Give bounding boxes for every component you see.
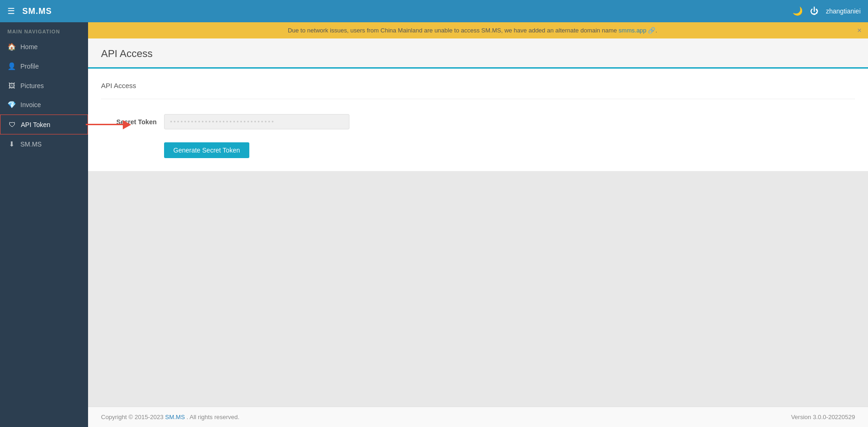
smms-icon: ⬇ bbox=[7, 140, 16, 148]
sidebar-item-invoice-label: Invoice bbox=[20, 101, 41, 108]
content-area: Due to network issues, users from China … bbox=[88, 22, 868, 427]
home-icon: 🏠 bbox=[7, 43, 16, 51]
sidebar-item-profile[interactable]: 👤 Profile bbox=[0, 57, 88, 76]
secret-token-row: Secret Token bbox=[101, 110, 855, 133]
sidebar-item-pictures[interactable]: 🖼 Pictures bbox=[0, 76, 88, 95]
sidebar: MAIN NAVIGATION 🏠 Home 👤 Profile 🖼 Pictu… bbox=[0, 22, 88, 427]
api-access-card: API Access Secret Token Generate Secret … bbox=[88, 69, 868, 171]
sidebar-section-label: MAIN NAVIGATION bbox=[0, 22, 88, 37]
invoice-icon: 💎 bbox=[7, 101, 16, 109]
hamburger-icon[interactable]: ☰ bbox=[7, 6, 15, 16]
footer-version: Version 3.0.0-20220529 bbox=[791, 414, 855, 421]
notice-banner: Due to network issues, users from China … bbox=[88, 22, 868, 38]
sidebar-item-invoice[interactable]: 💎 Invoice bbox=[0, 95, 88, 115]
page-footer: Copyright © 2015-2023 SM.MS . All rights… bbox=[88, 407, 868, 427]
page-title-bar: API Access bbox=[88, 38, 868, 69]
notice-close-button[interactable]: × bbox=[857, 26, 862, 35]
pictures-icon: 🖼 bbox=[7, 82, 16, 89]
card-heading: API Access bbox=[101, 82, 855, 89]
page-content: API Access API Access Secret Token Gener… bbox=[88, 38, 868, 407]
footer-link[interactable]: SM.MS bbox=[165, 414, 185, 421]
footer-copyright-text: Copyright © 2015-2023 bbox=[101, 414, 165, 421]
footer-version-number: 3.0.0-20220529 bbox=[813, 414, 855, 421]
sidebar-item-api-token[interactable]: 🛡 API Token bbox=[0, 115, 88, 134]
power-icon[interactable]: ⏻ bbox=[810, 6, 818, 16]
footer-version-label: Version bbox=[791, 414, 811, 421]
notice-message: Due to network issues, users from China … bbox=[288, 27, 617, 34]
sidebar-item-pictures-label: Pictures bbox=[20, 82, 44, 89]
generate-secret-token-button[interactable]: Generate Secret Token bbox=[164, 142, 249, 158]
header-left: ☰ SM.MS bbox=[7, 6, 52, 16]
notice-dot: 🔗. bbox=[648, 27, 657, 34]
sidebar-item-home[interactable]: 🏠 Home bbox=[0, 37, 88, 57]
sidebar-item-smms[interactable]: ⬇ SM.MS bbox=[0, 134, 88, 154]
page-title: API Access bbox=[101, 48, 855, 60]
sidebar-item-api-token-label: API Token bbox=[21, 121, 51, 128]
secret-token-input[interactable] bbox=[164, 114, 349, 129]
footer-copyright: Copyright © 2015-2023 SM.MS . All rights… bbox=[101, 414, 240, 421]
profile-icon: 👤 bbox=[7, 62, 16, 70]
username-label: zhangtianiei bbox=[826, 7, 861, 15]
top-header: ☰ SM.MS 🌙 ⏻ zhangtianiei bbox=[0, 0, 868, 22]
moon-icon[interactable]: 🌙 bbox=[792, 6, 803, 16]
sidebar-item-smms-label: SM.MS bbox=[20, 140, 42, 148]
notice-link[interactable]: smms.app bbox=[619, 27, 646, 34]
generate-button-row: Generate Secret Token bbox=[101, 142, 855, 158]
main-layout: MAIN NAVIGATION 🏠 Home 👤 Profile 🖼 Pictu… bbox=[0, 22, 868, 427]
shield-icon: 🛡 bbox=[8, 121, 16, 128]
header-right: 🌙 ⏻ zhangtianiei bbox=[792, 6, 861, 16]
footer-rights: . All rights reserved. bbox=[186, 414, 239, 421]
brand-name: SM.MS bbox=[22, 6, 52, 16]
sidebar-item-profile-label: Profile bbox=[20, 63, 39, 70]
sidebar-item-home-label: Home bbox=[20, 43, 38, 51]
